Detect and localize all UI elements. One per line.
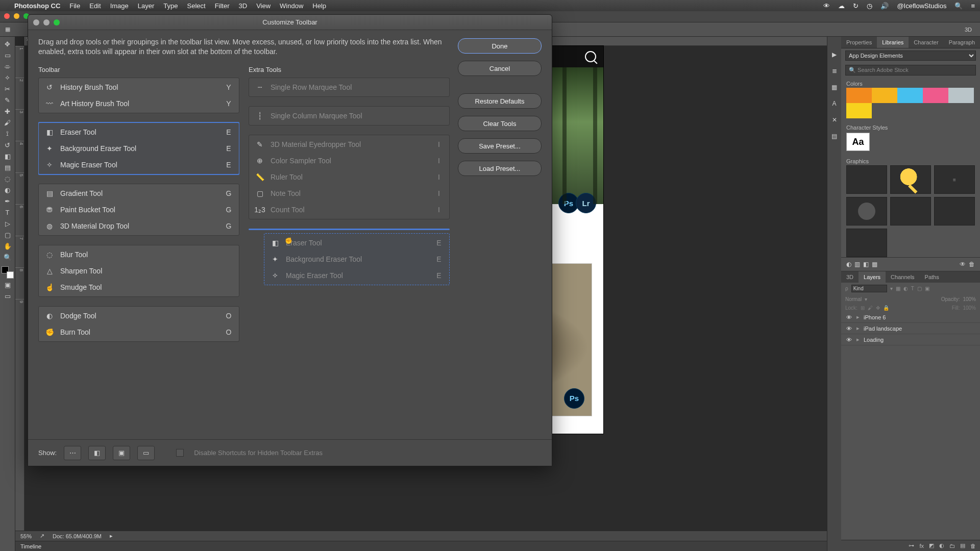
eyedropper-tool-icon[interactable]: ✎ (2, 95, 14, 105)
shape-tool-icon[interactable]: ▢ (2, 230, 14, 240)
history-brush-tool-icon[interactable]: ↺ (2, 140, 14, 150)
tab-3d[interactable]: 3D (841, 271, 859, 283)
lock-paint-icon[interactable]: 🖌 (868, 305, 873, 311)
group-icon[interactable]: 🗀 (949, 543, 955, 549)
save-preset-button[interactable]: Save Preset... (458, 138, 542, 154)
adj-layer-icon[interactable]: ◐ (939, 542, 944, 549)
status-volume-icon[interactable]: 🔊 (880, 2, 889, 10)
hand-tool-icon[interactable]: ✋ (2, 241, 14, 251)
status-clock-icon[interactable]: ◷ (867, 2, 872, 10)
menu-3d[interactable]: 3D (239, 2, 248, 10)
status-search-icon[interactable]: 🔍 (954, 2, 963, 10)
tool-group[interactable]: ▤Gradient ToolG ⛃Paint Bucket ToolG ◍3D … (38, 184, 239, 236)
filter-adj-icon[interactable]: ◐ (903, 286, 908, 291)
tool-group[interactable]: ┄Single Row Marquee Tool (249, 78, 450, 97)
lock-trans-icon[interactable]: ⊞ (861, 305, 865, 311)
zoom-level[interactable]: 55% (20, 533, 32, 539)
graphic-item[interactable] (846, 229, 887, 257)
brush-tool-icon[interactable]: 🖌 (2, 117, 14, 128)
tool-row[interactable]: ✦Background Eraser ToolE (39, 140, 239, 157)
app-name[interactable]: Photoshop CC (14, 2, 60, 10)
adj-trash-icon[interactable]: 🗑 (969, 261, 975, 268)
tool-row[interactable]: ↺History Brush ToolY (39, 79, 239, 95)
tool-preset-icon[interactable]: ▦ (5, 26, 10, 33)
tab-libraries[interactable]: Libraries (877, 37, 909, 48)
menu-layer[interactable]: Layer (138, 2, 155, 10)
tools-panel-icon[interactable]: ✕ (830, 115, 839, 124)
swatch[interactable] (846, 103, 872, 118)
show-extras-toggle[interactable]: ⋯ (64, 446, 81, 460)
show-screenmode-toggle[interactable]: ▭ (137, 446, 155, 460)
tool-row[interactable]: ✧Magic Eraser ToolE (39, 157, 239, 173)
expand-icon[interactable]: ▸ (856, 336, 860, 343)
doc-info[interactable]: Doc: 65.0M/400.9M (53, 533, 102, 539)
lasso-tool-icon[interactable]: ⌯ (2, 61, 14, 71)
menu-select[interactable]: Select (187, 2, 205, 10)
tool-group[interactable]: ↺History Brush ToolY 〰Art History Brush … (38, 78, 239, 113)
restore-defaults-button[interactable]: Restore Defaults (458, 93, 542, 109)
tool-group[interactable]: ◌Blur Tool △Sharpen Tool ☝Smudge Tool (38, 245, 239, 297)
visibility-icon[interactable]: 👁 (845, 325, 852, 332)
menu-view[interactable]: View (256, 2, 271, 10)
graphic-item[interactable] (934, 197, 975, 226)
expand-icon[interactable]: ▸ (856, 325, 860, 332)
window-close[interactable] (4, 13, 10, 19)
filter-type-icon[interactable]: T (911, 286, 914, 291)
toolbar-list[interactable]: ↺History Brush ToolY 〰Art History Brush … (38, 78, 239, 439)
visibility-icon[interactable]: 👁 (845, 337, 852, 343)
ruler-vertical[interactable]: 123456789 (15, 46, 24, 541)
tool-row[interactable]: 〰Art History Brush ToolY (39, 95, 239, 112)
menu-window[interactable]: Window (280, 2, 303, 10)
extra-list[interactable]: ┄Single Row Marquee Tool ┆Single Column … (249, 78, 450, 439)
dialog-titlebar[interactable]: Customize Toolbar (28, 15, 552, 30)
show-quickmask-toggle[interactable]: ▣ (113, 446, 130, 460)
tool-row[interactable]: ✧Magic Eraser ToolE (264, 267, 449, 284)
status-eye-icon[interactable]: 👁 (823, 2, 830, 10)
adj-icon[interactable]: ▦ (872, 261, 877, 268)
history-panel-icon[interactable]: ≣ (830, 66, 839, 76)
clear-tools-button[interactable]: Clear Tools (458, 116, 542, 131)
opacity-value[interactable]: 100% (963, 296, 976, 302)
tab-paragraph[interactable]: Paragraph (944, 37, 980, 48)
filter-shape-icon[interactable]: ▢ (917, 286, 922, 291)
tool-row[interactable]: ◌Blur Tool (39, 246, 239, 263)
visibility-icon[interactable]: 👁 (845, 314, 852, 320)
tab-character[interactable]: Character (909, 37, 943, 48)
expand-icon[interactable]: ▸ (856, 314, 860, 320)
tool-group[interactable]: ┆Single Column Marquee Tool (249, 106, 450, 126)
graphic-item[interactable] (890, 165, 931, 194)
tool-row[interactable]: ┆Single Column Marquee Tool (249, 108, 449, 124)
adj-icon[interactable]: ◐ (846, 261, 851, 268)
tool-row[interactable]: ▤Gradient ToolG (39, 185, 239, 202)
dodge-tool-icon[interactable]: ◐ (2, 185, 14, 195)
tool-group-selected[interactable]: ◧Eraser ToolE ✦Background Eraser ToolE ✧… (38, 122, 239, 174)
load-preset-button[interactable]: Load Preset... (458, 161, 542, 176)
pen-tool-icon[interactable]: ✒ (2, 196, 14, 206)
tool-row[interactable]: ☝Smudge Tool (39, 279, 239, 295)
status-refresh-icon[interactable]: ↻ (853, 2, 859, 10)
path-tool-icon[interactable]: ▷ (2, 218, 14, 229)
tool-row[interactable]: ◐Dodge ToolO (39, 308, 239, 324)
mask-icon[interactable]: ◩ (929, 542, 934, 549)
menu-edit[interactable]: Edit (89, 2, 101, 10)
filter-smart-icon[interactable]: ▣ (925, 286, 929, 291)
dialog-close-icon[interactable] (33, 19, 39, 26)
drag-ghost-group[interactable]: ✊ ◧Eraser ToolE ✦Background Eraser ToolE… (264, 233, 450, 285)
graphic-item[interactable] (890, 197, 931, 226)
link-icon[interactable]: ⊶ (909, 542, 914, 549)
tool-row[interactable]: △Sharpen Tool (39, 263, 239, 279)
tab-channels[interactable]: Channels (886, 271, 919, 283)
menu-help[interactable]: Help (312, 2, 326, 10)
window-min[interactable] (14, 13, 19, 19)
swatches-panel-icon[interactable]: ▦ (830, 83, 839, 92)
align-panel-icon[interactable]: ▤ (830, 132, 839, 141)
layer-row[interactable]: 👁▸iPad landscape (841, 323, 980, 334)
done-button[interactable]: Done (458, 38, 542, 54)
filter-pixel-icon[interactable]: ▦ (896, 286, 900, 291)
tool-row[interactable]: ✊Burn ToolO (39, 324, 239, 340)
disable-shortcuts-checkbox[interactable] (176, 449, 184, 457)
adj-icon[interactable]: ◧ (863, 261, 869, 268)
status-user[interactable]: @IceflowStudios (897, 2, 946, 10)
tab-properties[interactable]: Properties (841, 37, 877, 48)
tool-row[interactable]: ◍3D Material Drop ToolG (39, 218, 239, 234)
